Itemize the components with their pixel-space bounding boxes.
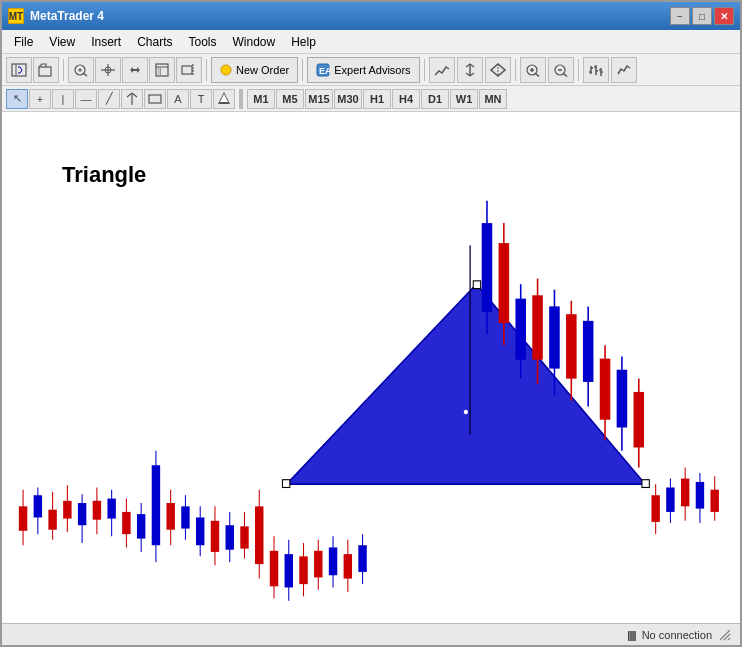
- menu-help[interactable]: Help: [283, 33, 324, 51]
- tf-w1[interactable]: W1: [450, 89, 478, 109]
- arrow-tool[interactable]: ↖: [6, 89, 28, 109]
- menu-view[interactable]: View: [41, 33, 83, 51]
- svg-rect-98: [696, 482, 704, 509]
- zoom-out-btn[interactable]: [548, 57, 574, 83]
- trendline-tool[interactable]: ╱: [98, 89, 120, 109]
- triangle-center-dot: [464, 410, 468, 414]
- pitchfork-tool[interactable]: [121, 89, 143, 109]
- file-tools: [6, 57, 59, 83]
- zoom-in-btn[interactable]: [520, 57, 546, 83]
- menu-charts[interactable]: Charts: [129, 33, 180, 51]
- separator3: [302, 59, 303, 81]
- tb2-separator1: [239, 89, 243, 109]
- svg-line-124: [728, 638, 730, 640]
- open-btn[interactable]: [33, 57, 59, 83]
- menu-file[interactable]: File: [6, 33, 41, 51]
- tf-m15[interactable]: M15: [305, 89, 333, 109]
- tf-m5[interactable]: M5: [276, 89, 304, 109]
- svg-rect-62: [152, 465, 160, 545]
- svg-line-37: [127, 93, 132, 97]
- svg-rect-74: [240, 526, 248, 548]
- svg-text:||: ||: [158, 67, 162, 75]
- svg-rect-120: [634, 392, 645, 448]
- svg-rect-86: [329, 547, 337, 575]
- status-bar: |||| No connection: [2, 623, 740, 645]
- svg-rect-48: [48, 510, 56, 530]
- maximize-button[interactable]: □: [692, 7, 712, 25]
- svg-rect-116: [600, 359, 611, 420]
- horizontal-line-tool[interactable]: —: [75, 89, 97, 109]
- app-icon: MT: [8, 8, 24, 24]
- triangle-handle-br: [642, 480, 649, 488]
- svg-line-25: [563, 73, 567, 76]
- tf-h1[interactable]: H1: [363, 89, 391, 109]
- crosshair-btn[interactable]: [95, 57, 121, 83]
- text-tool-t[interactable]: T: [190, 89, 212, 109]
- indicators-btn[interactable]: [429, 57, 455, 83]
- rect-tool[interactable]: [144, 89, 166, 109]
- scroll-btn[interactable]: [122, 57, 148, 83]
- vertical-line-tool[interactable]: |: [52, 89, 74, 109]
- new-order-button[interactable]: New Order: [211, 57, 298, 83]
- chart-type-1[interactable]: [583, 57, 609, 83]
- svg-rect-2: [39, 67, 51, 76]
- svg-rect-118: [617, 370, 628, 428]
- zoom-in-area-btn[interactable]: [68, 57, 94, 83]
- svg-rect-13: [182, 66, 192, 74]
- chart-shift-btn[interactable]: [176, 57, 202, 83]
- svg-rect-92: [651, 495, 659, 522]
- svg-line-21: [535, 73, 539, 76]
- svg-line-38: [132, 93, 137, 97]
- svg-rect-110: [549, 306, 560, 368]
- nav-tools: ||: [68, 57, 202, 83]
- close-button[interactable]: ✕: [714, 7, 734, 25]
- tf-h4[interactable]: H4: [392, 89, 420, 109]
- minimize-button[interactable]: −: [670, 7, 690, 25]
- triangle-handle-bl: [282, 480, 289, 488]
- svg-rect-46: [34, 495, 42, 517]
- svg-rect-114: [583, 321, 594, 382]
- tf-m30[interactable]: M30: [334, 89, 362, 109]
- svg-line-4: [83, 73, 87, 76]
- svg-rect-58: [122, 512, 130, 534]
- svg-rect-100: [710, 490, 718, 512]
- color-tool[interactable]: [213, 89, 235, 109]
- svg-rect-104: [499, 243, 510, 323]
- svg-rect-96: [681, 479, 689, 507]
- expert-advisors-button[interactable]: EA Expert Advisors: [307, 57, 419, 83]
- svg-rect-90: [358, 545, 366, 572]
- svg-rect-94: [666, 487, 674, 511]
- object-list-btn[interactable]: [485, 57, 511, 83]
- svg-rect-0: [12, 64, 26, 76]
- svg-rect-66: [181, 506, 189, 528]
- new-chart-btn[interactable]: [6, 57, 32, 83]
- separator1: [63, 59, 64, 81]
- title-bar-left: MT MetaTrader 4: [8, 8, 104, 24]
- svg-rect-50: [63, 501, 71, 519]
- svg-rect-76: [255, 506, 263, 564]
- tf-m1[interactable]: M1: [247, 89, 275, 109]
- menu-bar: File View Insert Charts Tools Window Hel…: [2, 30, 740, 54]
- svg-rect-82: [299, 556, 307, 584]
- menu-insert[interactable]: Insert: [83, 33, 129, 51]
- chart-area[interactable]: Triangle: [2, 112, 740, 623]
- separator5: [515, 59, 516, 81]
- separator6: [578, 59, 579, 81]
- chart-type-2[interactable]: [611, 57, 637, 83]
- crosshair-tool[interactable]: +: [29, 89, 51, 109]
- connection-status: No connection: [642, 629, 712, 641]
- data-window-btn[interactable]: ||: [149, 57, 175, 83]
- main-window: MT MetaTrader 4 − □ ✕ File View Insert C…: [0, 0, 742, 647]
- svg-rect-72: [226, 525, 234, 549]
- tf-mn[interactable]: MN: [479, 89, 507, 109]
- svg-rect-44: [19, 506, 27, 530]
- menu-tools[interactable]: Tools: [181, 33, 225, 51]
- title-bar: MT MetaTrader 4 − □ ✕: [2, 2, 740, 30]
- menu-window[interactable]: Window: [225, 33, 284, 51]
- tf-d1[interactable]: D1: [421, 89, 449, 109]
- text-tool-a[interactable]: A: [167, 89, 189, 109]
- period-sep-btn[interactable]: [457, 57, 483, 83]
- svg-rect-88: [344, 554, 352, 578]
- svg-rect-52: [78, 503, 86, 525]
- separator4: [424, 59, 425, 81]
